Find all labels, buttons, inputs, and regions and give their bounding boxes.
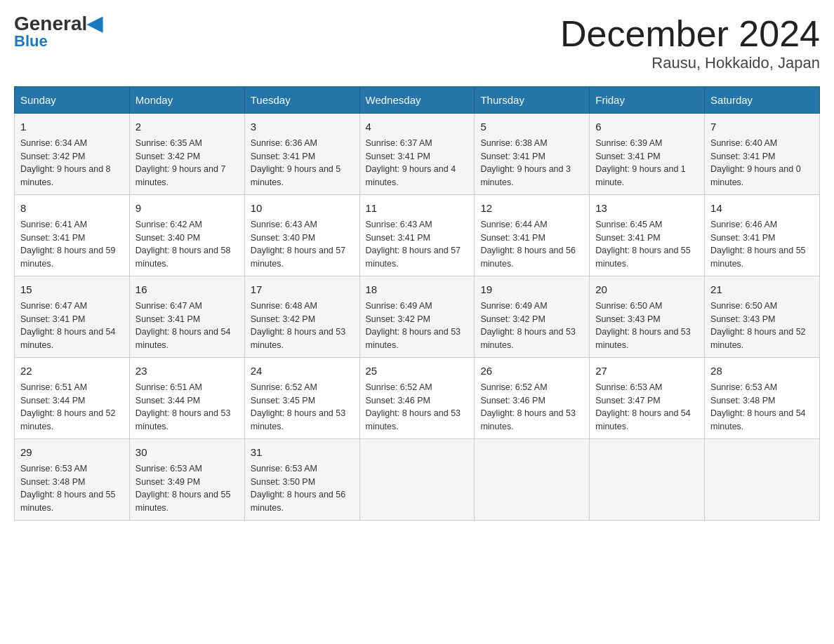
calendar-cell: 25Sunrise: 6:52 AMSunset: 3:46 PMDayligh… [359, 358, 475, 439]
day-info: Sunrise: 6:53 AMSunset: 3:47 PMDaylight:… [595, 382, 691, 431]
calendar-cell: 1Sunrise: 6:34 AMSunset: 3:42 PMDaylight… [15, 114, 130, 195]
day-info: Sunrise: 6:39 AMSunset: 3:41 PMDaylight:… [595, 138, 686, 187]
day-info: Sunrise: 6:50 AMSunset: 3:43 PMDaylight:… [595, 301, 691, 350]
day-info: Sunrise: 6:40 AMSunset: 3:41 PMDaylight:… [710, 138, 801, 187]
day-number: 24 [251, 363, 354, 378]
day-info: Sunrise: 6:52 AMSunset: 3:46 PMDaylight:… [366, 382, 461, 431]
day-info: Sunrise: 6:53 AMSunset: 3:48 PMDaylight:… [20, 464, 116, 513]
title-block: December 2024 Rausu, Hokkaido, Japan [560, 14, 820, 72]
day-number: 8 [20, 201, 124, 215]
page-subtitle: Rausu, Hokkaido, Japan [560, 54, 820, 72]
day-info: Sunrise: 6:36 AMSunset: 3:41 PMDaylight:… [251, 138, 341, 187]
day-header-friday: Friday [590, 87, 705, 114]
day-number: 19 [480, 282, 583, 297]
day-info: Sunrise: 6:38 AMSunset: 3:41 PMDaylight:… [480, 138, 571, 187]
calendar-cell: 14Sunrise: 6:46 AMSunset: 3:41 PMDayligh… [705, 195, 820, 276]
day-number: 7 [710, 119, 814, 134]
day-info: Sunrise: 6:35 AMSunset: 3:42 PMDaylight:… [135, 138, 226, 187]
day-number: 20 [595, 282, 699, 297]
calendar-cell: 27Sunrise: 6:53 AMSunset: 3:47 PMDayligh… [590, 358, 705, 439]
calendar-week-row: 29Sunrise: 6:53 AMSunset: 3:48 PMDayligh… [15, 439, 820, 521]
day-number: 21 [710, 282, 814, 297]
day-number: 14 [710, 201, 814, 215]
day-number: 28 [710, 363, 814, 378]
calendar-week-row: 8Sunrise: 6:41 AMSunset: 3:41 PMDaylight… [15, 195, 820, 276]
calendar-body: 1Sunrise: 6:34 AMSunset: 3:42 PMDaylight… [15, 114, 820, 521]
day-number: 13 [595, 201, 699, 215]
day-header-thursday: Thursday [475, 87, 590, 114]
calendar-cell: 12Sunrise: 6:44 AMSunset: 3:41 PMDayligh… [475, 195, 590, 276]
logo-text: General◀ [14, 14, 102, 34]
day-number: 31 [251, 445, 354, 459]
calendar-header-row: SundayMondayTuesdayWednesdayThursdayFrid… [15, 87, 820, 114]
calendar-cell: 6Sunrise: 6:39 AMSunset: 3:41 PMDaylight… [590, 114, 705, 195]
day-number: 25 [366, 363, 469, 378]
calendar-cell: 30Sunrise: 6:53 AMSunset: 3:49 PMDayligh… [129, 439, 244, 521]
day-header-tuesday: Tuesday [244, 87, 359, 114]
day-header-saturday: Saturday [705, 87, 820, 114]
day-number: 9 [135, 201, 239, 215]
day-info: Sunrise: 6:47 AMSunset: 3:41 PMDaylight:… [135, 301, 231, 350]
calendar-cell: 26Sunrise: 6:52 AMSunset: 3:46 PMDayligh… [475, 358, 590, 439]
calendar-cell [590, 439, 705, 521]
calendar-cell [359, 439, 475, 521]
calendar-cell: 16Sunrise: 6:47 AMSunset: 3:41 PMDayligh… [129, 276, 244, 358]
day-number: 27 [595, 363, 699, 378]
day-header-wednesday: Wednesday [359, 87, 475, 114]
calendar-cell: 4Sunrise: 6:37 AMSunset: 3:41 PMDaylight… [359, 114, 475, 195]
day-number: 5 [480, 119, 583, 134]
calendar-cell: 8Sunrise: 6:41 AMSunset: 3:41 PMDaylight… [15, 195, 130, 276]
page-title: December 2024 [560, 14, 820, 54]
calendar-cell: 31Sunrise: 6:53 AMSunset: 3:50 PMDayligh… [244, 439, 359, 521]
day-number: 1 [20, 119, 124, 134]
day-number: 11 [366, 201, 469, 215]
day-number: 4 [366, 119, 469, 134]
day-info: Sunrise: 6:53 AMSunset: 3:48 PMDaylight:… [710, 382, 806, 431]
day-info: Sunrise: 6:49 AMSunset: 3:42 PMDaylight:… [480, 301, 576, 350]
calendar-cell: 22Sunrise: 6:51 AMSunset: 3:44 PMDayligh… [15, 358, 130, 439]
day-info: Sunrise: 6:37 AMSunset: 3:41 PMDaylight:… [366, 138, 456, 187]
day-info: Sunrise: 6:51 AMSunset: 3:44 PMDaylight:… [135, 382, 231, 431]
day-info: Sunrise: 6:34 AMSunset: 3:42 PMDaylight:… [20, 138, 111, 187]
page-header: General◀ Blue December 2024 Rausu, Hokka… [14, 14, 820, 72]
calendar-cell: 2Sunrise: 6:35 AMSunset: 3:42 PMDaylight… [129, 114, 244, 195]
day-info: Sunrise: 6:50 AMSunset: 3:43 PMDaylight:… [710, 301, 806, 350]
calendar-cell: 13Sunrise: 6:45 AMSunset: 3:41 PMDayligh… [590, 195, 705, 276]
calendar-week-row: 15Sunrise: 6:47 AMSunset: 3:41 PMDayligh… [15, 276, 820, 358]
day-number: 2 [135, 119, 239, 134]
day-number: 17 [251, 282, 354, 297]
calendar-week-row: 1Sunrise: 6:34 AMSunset: 3:42 PMDaylight… [15, 114, 820, 195]
day-number: 29 [20, 445, 124, 459]
day-number: 18 [366, 282, 469, 297]
day-info: Sunrise: 6:53 AMSunset: 3:50 PMDaylight:… [251, 464, 346, 513]
day-info: Sunrise: 6:52 AMSunset: 3:46 PMDaylight:… [480, 382, 576, 431]
logo: General◀ Blue [14, 14, 102, 51]
day-header-monday: Monday [129, 87, 244, 114]
calendar-cell [705, 439, 820, 521]
calendar-cell: 5Sunrise: 6:38 AMSunset: 3:41 PMDaylight… [475, 114, 590, 195]
calendar-cell: 24Sunrise: 6:52 AMSunset: 3:45 PMDayligh… [244, 358, 359, 439]
day-number: 3 [251, 119, 354, 134]
day-number: 30 [135, 445, 239, 459]
day-number: 12 [480, 201, 583, 215]
calendar-cell: 7Sunrise: 6:40 AMSunset: 3:41 PMDaylight… [705, 114, 820, 195]
calendar-cell: 9Sunrise: 6:42 AMSunset: 3:40 PMDaylight… [129, 195, 244, 276]
day-number: 23 [135, 363, 239, 378]
day-info: Sunrise: 6:52 AMSunset: 3:45 PMDaylight:… [251, 382, 346, 431]
calendar-cell: 10Sunrise: 6:43 AMSunset: 3:40 PMDayligh… [244, 195, 359, 276]
day-info: Sunrise: 6:49 AMSunset: 3:42 PMDaylight:… [366, 301, 461, 350]
calendar-cell: 23Sunrise: 6:51 AMSunset: 3:44 PMDayligh… [129, 358, 244, 439]
logo-subtitle: Blue [14, 32, 48, 51]
day-number: 16 [135, 282, 239, 297]
day-info: Sunrise: 6:41 AMSunset: 3:41 PMDaylight:… [20, 220, 116, 269]
day-header-sunday: Sunday [15, 87, 130, 114]
calendar-table: SundayMondayTuesdayWednesdayThursdayFrid… [14, 86, 820, 521]
calendar-cell: 28Sunrise: 6:53 AMSunset: 3:48 PMDayligh… [705, 358, 820, 439]
day-info: Sunrise: 6:43 AMSunset: 3:40 PMDaylight:… [251, 220, 346, 269]
day-info: Sunrise: 6:43 AMSunset: 3:41 PMDaylight:… [366, 220, 461, 269]
calendar-cell: 11Sunrise: 6:43 AMSunset: 3:41 PMDayligh… [359, 195, 475, 276]
day-info: Sunrise: 6:44 AMSunset: 3:41 PMDaylight:… [480, 220, 576, 269]
day-info: Sunrise: 6:45 AMSunset: 3:41 PMDaylight:… [595, 220, 691, 269]
calendar-cell: 18Sunrise: 6:49 AMSunset: 3:42 PMDayligh… [359, 276, 475, 358]
day-info: Sunrise: 6:51 AMSunset: 3:44 PMDaylight:… [20, 382, 116, 431]
